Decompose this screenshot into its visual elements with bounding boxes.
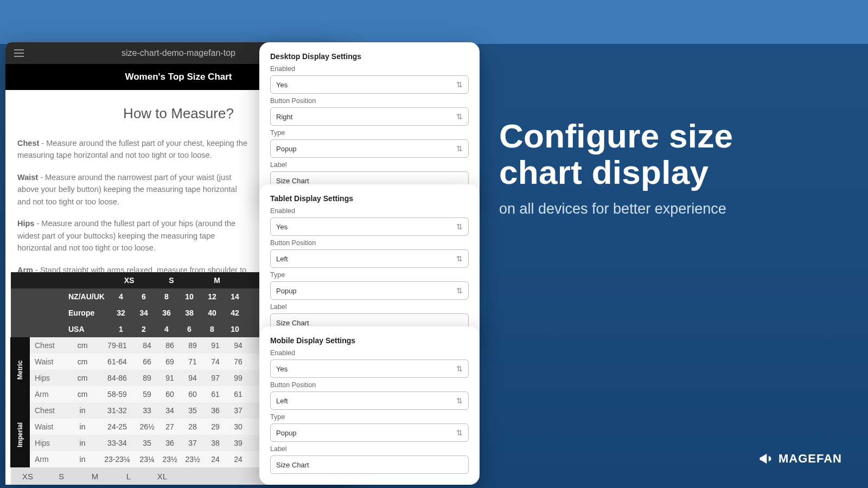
field-label: Button Position bbox=[270, 239, 469, 247]
button-position-select[interactable]: Left⇅ bbox=[270, 391, 469, 410]
table-cell: 61 bbox=[227, 386, 250, 402]
table-cell: 8 bbox=[155, 288, 178, 305]
table-cell: 28 bbox=[181, 419, 204, 435]
type-select[interactable]: Popup⇅ bbox=[270, 139, 469, 158]
footer-size[interactable]: L bbox=[112, 472, 145, 481]
measure-label: Waist bbox=[17, 173, 38, 182]
headline-sub: on all devices for better experience bbox=[499, 201, 733, 217]
table-cell: 91 bbox=[158, 370, 181, 386]
row-measure: Arm bbox=[30, 451, 66, 467]
table-cell: 24 bbox=[227, 451, 250, 467]
type-select[interactable]: Popup⇅ bbox=[270, 281, 469, 300]
imperial-side-label: Imperial bbox=[10, 402, 30, 467]
table-cell: 89 bbox=[136, 370, 158, 386]
table-cell: 74 bbox=[204, 354, 227, 370]
table-cell: 32 bbox=[110, 305, 132, 321]
field-label: Type bbox=[270, 413, 469, 421]
table-cell: 76 bbox=[227, 354, 250, 370]
row-unit: cm bbox=[66, 337, 99, 354]
table-cell: 36 bbox=[204, 402, 227, 419]
panel-title: Tablet Display Settings bbox=[270, 194, 469, 203]
row-unit: in bbox=[66, 419, 99, 435]
table-cell: 23¼ bbox=[136, 451, 158, 467]
enabled-select[interactable]: Yes⇅ bbox=[270, 359, 469, 378]
field-label: Enabled bbox=[270, 349, 469, 357]
table-cell: 94 bbox=[181, 370, 204, 386]
row-measure: Hips bbox=[30, 370, 66, 386]
measure-text: - Measure around the fullest part of you… bbox=[17, 219, 235, 252]
enabled-select[interactable]: Yes⇅ bbox=[270, 217, 469, 236]
field-label: Button Position bbox=[270, 381, 469, 389]
chevron-updown-icon: ⇅ bbox=[456, 364, 463, 373]
label-input[interactable]: Size Chart bbox=[270, 455, 469, 474]
table-cell: 6 bbox=[178, 321, 201, 337]
table-cell: 12 bbox=[201, 288, 224, 305]
footer-size[interactable]: XS bbox=[11, 472, 44, 481]
table-cell: 10 bbox=[178, 288, 201, 305]
footer-size[interactable]: M bbox=[78, 472, 112, 481]
table-cell: 39 bbox=[227, 435, 250, 451]
table-cell: 61-64 bbox=[99, 354, 136, 370]
table-cell: 35 bbox=[136, 435, 158, 451]
table-cell: 36 bbox=[158, 435, 181, 451]
row-unit: in bbox=[66, 402, 99, 419]
chevron-updown-icon: ⇅ bbox=[456, 396, 463, 405]
table-cell: 38 bbox=[204, 435, 227, 451]
table-cell: 30 bbox=[227, 419, 250, 435]
footer-size[interactable]: XL bbox=[145, 472, 179, 481]
field-label: Label bbox=[270, 161, 469, 169]
row-unit: cm bbox=[66, 354, 99, 370]
type-select[interactable]: Popup⇅ bbox=[270, 423, 469, 442]
table-cell: 24-25 bbox=[99, 419, 136, 435]
table-cell: 61 bbox=[204, 386, 227, 402]
field-label: Enabled bbox=[270, 207, 469, 215]
tablet-settings-panel: Tablet Display Settings Enabled Yes⇅ But… bbox=[259, 184, 480, 343]
table-cell: 91 bbox=[204, 337, 227, 354]
chevron-updown-icon: ⇅ bbox=[456, 286, 463, 295]
table-cell: 1 bbox=[110, 321, 132, 337]
row-unit: in bbox=[66, 435, 99, 451]
table-cell: 37 bbox=[227, 402, 250, 419]
table-cell: 60 bbox=[181, 386, 204, 402]
headline-line2: chart display bbox=[499, 153, 709, 191]
table-cell: 37 bbox=[181, 435, 204, 451]
region-name: USA bbox=[63, 321, 110, 337]
enabled-select[interactable]: Yes⇅ bbox=[270, 75, 469, 94]
table-cell: 4 bbox=[155, 321, 178, 337]
table-cell: 27 bbox=[158, 419, 181, 435]
row-measure: Arm bbox=[30, 386, 66, 402]
table-cell: 36 bbox=[155, 305, 178, 321]
table-cell: 86 bbox=[158, 337, 181, 354]
chevron-updown-icon: ⇅ bbox=[456, 222, 463, 231]
footer-size[interactable]: S bbox=[44, 472, 78, 481]
row-unit: cm bbox=[66, 370, 99, 386]
table-cell: 42 bbox=[224, 305, 246, 321]
region-name: NZ/AU/UK bbox=[63, 288, 110, 305]
field-label: Label bbox=[270, 445, 469, 453]
brand-text: MAGEFAN bbox=[778, 452, 842, 466]
hamburger-icon[interactable] bbox=[5, 47, 33, 60]
row-measure: Chest bbox=[30, 337, 66, 354]
field-label: Enabled bbox=[270, 65, 469, 73]
field-label: Button Position bbox=[270, 97, 469, 105]
table-cell: 4 bbox=[110, 288, 132, 305]
table-cell: 94 bbox=[227, 337, 250, 354]
field-label: Type bbox=[270, 129, 469, 137]
measure-label: Hips bbox=[17, 219, 34, 228]
button-position-select[interactable]: Left⇅ bbox=[270, 249, 469, 268]
table-cell: 69 bbox=[158, 354, 181, 370]
table-cell: 31-32 bbox=[99, 402, 136, 419]
megaphone-icon bbox=[758, 451, 773, 466]
table-cell: 84 bbox=[136, 337, 158, 354]
chevron-updown-icon: ⇅ bbox=[456, 254, 463, 263]
marketing-headline: Configure size chart display on all devi… bbox=[499, 118, 733, 217]
button-position-select[interactable]: Right⇅ bbox=[270, 107, 469, 126]
table-cell: 10 bbox=[224, 321, 246, 337]
table-cell: 34 bbox=[158, 402, 181, 419]
table-cell: 35 bbox=[181, 402, 204, 419]
row-measure: Waist bbox=[30, 419, 66, 435]
table-cell: 89 bbox=[181, 337, 204, 354]
table-cell: 34 bbox=[132, 305, 155, 321]
row-measure: Chest bbox=[30, 402, 66, 419]
table-cell: 79-81 bbox=[99, 337, 136, 354]
